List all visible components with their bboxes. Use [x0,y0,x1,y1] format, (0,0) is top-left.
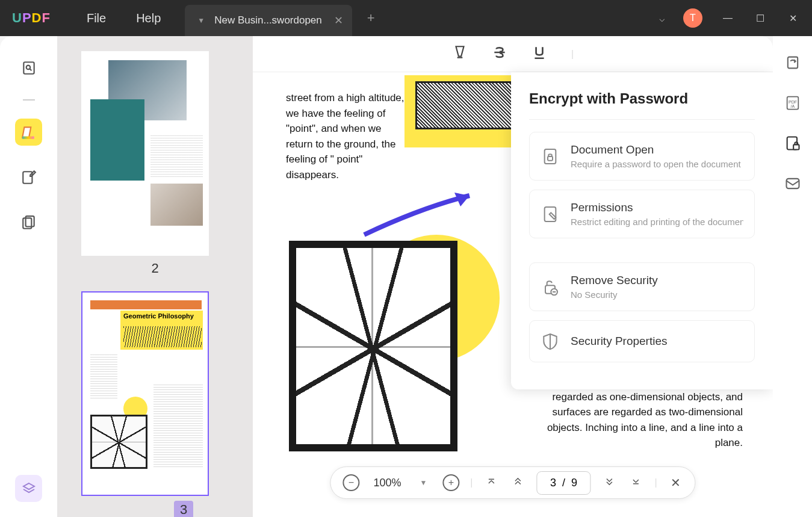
svg-text:PDF: PDF [789,100,797,104]
permissions-icon [541,205,560,224]
highlight-icon[interactable] [452,45,468,64]
zoom-out-button[interactable]: − [342,474,359,491]
page-input[interactable] [536,471,590,495]
strikethrough-icon[interactable] [492,45,507,64]
maximize-button[interactable]: ☐ [753,13,767,24]
svg-rect-0 [23,62,34,74]
zoom-dropdown-icon[interactable]: ▼ [415,478,432,487]
svg-rect-18 [787,57,797,69]
svg-rect-24 [786,179,799,188]
page-text-1: street from a high altitude, we have the… [286,90,406,182]
layers-button[interactable] [15,475,42,502]
lock-document-icon [541,147,560,166]
menu-file[interactable]: File [87,11,106,25]
thumbnail-page-2[interactable] [81,51,209,256]
svg-rect-23 [793,144,799,149]
bottom-toolbar: − 100% ▼ + | | ✕ [330,466,695,499]
new-tab-button[interactable]: + [367,10,375,26]
page-image-1 [415,81,518,129]
encrypt-document-open[interactable]: Document Open Require a password to open… [529,132,755,181]
reader-tool[interactable] [15,54,42,81]
unlock-icon [541,277,560,297]
zoom-level: 100% [370,477,404,489]
last-page-button[interactable] [628,476,643,490]
main-document-view: | street from a high altitude, we have t… [253,36,773,517]
underline-icon[interactable] [532,45,547,64]
close-toolbar-button[interactable]: ✕ [668,475,683,490]
encrypt-remove-security[interactable]: Remove Security No Security [529,262,755,311]
annotation-toolbar: | [253,36,773,72]
first-page-button[interactable] [483,476,499,490]
protect-tool[interactable] [784,135,801,154]
shield-icon [541,332,560,351]
thumbnail-page-3[interactable]: Geometric Philosophy [81,291,209,496]
thumbnail-panel: 2 Geometric Philosophy 3 [57,36,253,517]
pages-tool[interactable] [15,209,42,236]
rotate-tool[interactable] [784,54,801,73]
tab-dropdown-icon[interactable]: ▼ [194,15,208,26]
pdfa-tool[interactable]: PDF/A [784,94,801,114]
encrypt-panel: Encrypt with Password Document Open Requ… [511,72,773,389]
avatar[interactable]: T [683,8,702,28]
close-window-button[interactable]: ✕ [786,13,800,24]
menu-help[interactable]: Help [136,11,161,25]
prev-page-button[interactable] [510,476,525,490]
titlebar: UPDF File Help ▼ New Busin...swordopen ✕… [0,0,812,36]
thumbnail-label-active: 3 [174,501,193,517]
page-image-2 [289,241,457,451]
encrypt-security-properties[interactable]: Security Properties [529,320,755,362]
chevron-down-icon[interactable]: ⌵ [659,13,665,24]
toolbar-divider: | [571,49,574,60]
document-tab[interactable]: ▼ New Busin...swordopen ✕ [185,5,352,36]
app-logo: UPDF [12,10,51,26]
zoom-in-button[interactable]: + [442,474,459,491]
thumbnail-label: 2 [81,261,229,276]
comment-tool[interactable] [15,119,42,146]
svg-text:/A: /A [790,104,795,108]
encrypt-panel-title: Encrypt with Password [529,90,755,120]
annotation-arrow [361,190,488,238]
edit-tool[interactable] [15,164,42,191]
minimize-button[interactable]: — [721,13,735,23]
tab-title: New Busin...swordopen [214,14,322,26]
svg-line-2 [29,69,31,70]
share-tool[interactable] [784,175,801,194]
svg-rect-10 [548,156,553,161]
right-toolbar: PDF/A [773,36,812,517]
close-icon[interactable]: ✕ [334,14,343,27]
encrypt-permissions[interactable]: Permissions Restrict editing and printin… [529,190,755,238]
left-toolbar [0,36,57,517]
svg-rect-3 [22,136,34,138]
next-page-button[interactable] [601,476,617,490]
